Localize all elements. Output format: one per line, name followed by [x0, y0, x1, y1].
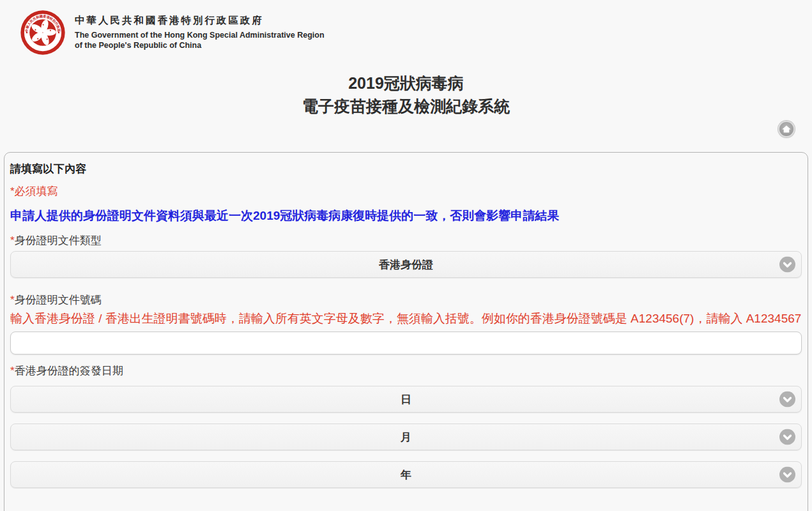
required-asterisk: * [10, 365, 15, 377]
chevron-down-icon [779, 392, 795, 408]
required-asterisk: * [10, 294, 15, 306]
doc-number-input[interactable] [10, 332, 802, 355]
required-asterisk: * [10, 234, 15, 247]
gov-header: 中華人民共和國香港特別行政區 HONG KONG 中華人民共和國香港特別行政區政… [0, 0, 812, 56]
doc-type-label-text: 身份證明文件類型 [15, 234, 102, 247]
home-button[interactable] [778, 121, 795, 137]
home-icon [781, 124, 792, 134]
doc-number-label-text: 身份證明文件號碼 [15, 294, 102, 306]
doc-number-label: *身份證明文件號碼 [10, 293, 802, 307]
page-title: 2019冠狀病毒病 電子疫苗接種及檢測紀錄系統 [0, 72, 812, 118]
issue-date-year-value: 年 [401, 468, 411, 482]
issue-date-day-select[interactable]: 日 [10, 386, 802, 413]
dept-text: 中華人民共和國香港特別行政區政府 The Government of the H… [75, 9, 325, 50]
issue-date-label: *香港身份證的簽發日期 [10, 364, 802, 378]
identity-match-notice: 申請人提供的身份證明文件資料須與最近一次2019冠狀病毒病康復時提供的一致，否則… [10, 208, 802, 224]
doc-type-select[interactable]: 香港身份證 [10, 251, 802, 278]
issue-date-day-value: 日 [401, 392, 411, 407]
page-title-line2: 電子疫苗接種及檢測紀錄系統 [0, 95, 812, 118]
required-note: *必須填寫 [10, 185, 802, 199]
hksar-emblem-icon: 中華人民共和國香港特別行政區 HONG KONG [19, 9, 66, 56]
page-title-line1: 2019冠狀病毒病 [0, 72, 812, 95]
dept-name-en-line2: of the People's Republic of China [75, 41, 325, 51]
issue-date-month-select[interactable]: 月 [10, 423, 802, 450]
dept-name-en: The Government of the Hong Kong Special … [75, 31, 325, 50]
issue-date-year-select[interactable]: 年 [10, 461, 802, 488]
form-panel: 請填寫以下內容 *必須填寫 申請人提供的身份證明文件資料須與最近一次2019冠狀… [4, 152, 808, 511]
chevron-down-icon [779, 467, 795, 483]
form-heading: 請填寫以下內容 [10, 162, 802, 176]
doc-type-selected-value: 香港身份證 [379, 257, 433, 272]
issue-date-month-value: 月 [401, 430, 411, 445]
dept-name-en-line1: The Government of the Hong Kong Special … [75, 31, 325, 41]
doc-number-hint: 輸入香港身份證 / 香港出生證明書號碼時，請輸入所有英文字母及數字，無須輸入括號… [10, 309, 802, 328]
doc-type-label: *身份證明文件類型 [10, 234, 802, 248]
issue-date-label-text: 香港身份證的簽發日期 [15, 365, 123, 377]
dept-name-zh: 中華人民共和國香港特別行政區政府 [75, 14, 325, 27]
chevron-down-icon [779, 257, 795, 273]
chevron-down-icon [779, 429, 795, 445]
